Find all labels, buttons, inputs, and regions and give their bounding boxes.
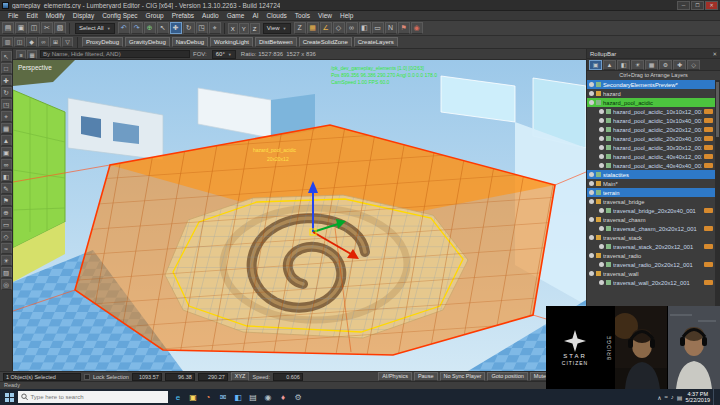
xyz-lock-button[interactable]: XYZ [231, 372, 250, 381]
open-icon[interactable]: ▣ [15, 22, 27, 34]
taskbar-explorer-icon[interactable]: ▣ [187, 391, 199, 403]
visibility-eye-icon[interactable] [599, 163, 604, 168]
visibility-eye-icon[interactable] [599, 109, 604, 114]
tab-create-icon[interactable]: ✚ [673, 60, 686, 70]
menu-item[interactable]: Clouds [263, 12, 291, 19]
scrollbar-thumb[interactable] [716, 82, 719, 137]
layer-row[interactable]: hazard [587, 89, 715, 98]
flag-icon[interactable]: ⚑ [398, 22, 410, 34]
link-icon[interactable]: ∞ [346, 22, 358, 34]
visibility-eye-icon[interactable] [589, 172, 594, 177]
search-input[interactable] [30, 394, 165, 400]
constraint-icon[interactable]: ∞ [38, 37, 49, 47]
distbetween-button[interactable]: DistBetween [255, 37, 297, 47]
visibility-eye-icon[interactable] [599, 244, 604, 249]
marquee-tool-icon[interactable]: □ [1, 63, 12, 74]
pause-button[interactable]: Pause [414, 372, 438, 381]
layer-row[interactable]: traversal_wall [587, 269, 715, 278]
grid-icon[interactable]: ⊞ [50, 37, 61, 47]
material-tool-icon[interactable]: ◧ [1, 171, 12, 182]
layer-row[interactable]: hazard_pool_acidic_30x30x12_001 [587, 143, 715, 152]
menu-item[interactable]: Display [69, 12, 98, 19]
visibility-eye-icon[interactable] [599, 154, 604, 159]
tray-keyboard-icon[interactable]: ▤ [677, 394, 683, 401]
rollupbar-close-icon[interactable]: ✕ [712, 51, 717, 57]
x-position-field[interactable]: 1093.57 [132, 373, 162, 381]
proxydebug-button[interactable]: ProxyDebug [82, 37, 123, 47]
elevation-tool-icon[interactable]: ▲ [1, 135, 12, 146]
layer-row[interactable]: hazard_pool_acidic_10x10x40_001 [587, 116, 715, 125]
tray-chevron-icon[interactable]: ∧ [657, 394, 661, 401]
visibility-eye-icon[interactable] [599, 127, 604, 132]
layer-row[interactable]: hazard_pool_acidic [587, 98, 715, 107]
rotate-icon[interactable]: ↻ [183, 22, 195, 34]
layer-row[interactable]: terrain [587, 188, 715, 197]
vertex-snap-icon[interactable]: ◇ [333, 22, 345, 34]
visibility-eye-icon[interactable] [599, 145, 604, 150]
redo-icon[interactable]: ↷ [131, 22, 143, 34]
taskbar-settings-icon[interactable]: ⚙ [292, 391, 304, 403]
grid-snap-icon[interactable]: ▦ [307, 22, 319, 34]
tray-volume-icon[interactable]: ♪ [671, 394, 674, 401]
layer-row[interactable]: hazard_pool_acidic_20x20x12_001 [587, 125, 715, 134]
layer-row[interactable]: stalactites [587, 170, 715, 179]
goto-position-button[interactable]: Goto position [487, 372, 527, 381]
visibility-eye-icon[interactable] [599, 262, 604, 267]
layer-row[interactable]: hazard_pool_acidic_10x10x12_001 [587, 107, 715, 116]
createlayers-button[interactable]: CreateLayers [354, 37, 398, 47]
z-constraint-icon[interactable]: Z [294, 22, 306, 34]
visibility-eye-icon[interactable] [589, 217, 594, 222]
tab-objects-icon[interactable]: ▣ [589, 60, 602, 70]
visibility-eye-icon[interactable] [599, 208, 604, 213]
visibility-eye-icon[interactable] [589, 181, 594, 186]
layer-row[interactable]: traversal_stack_20x20x12_001 [587, 242, 715, 251]
tab-layers-icon[interactable]: ▦ [645, 60, 658, 70]
select-icon[interactable]: ↖ [157, 22, 169, 34]
z-axis-button[interactable]: Z [250, 23, 260, 34]
workinglight-button[interactable]: WorkingLight [210, 37, 253, 47]
visibility-eye-icon[interactable] [589, 82, 594, 87]
tab-terrain-icon[interactable]: ▲ [603, 60, 616, 70]
speed-field[interactable]: 0.606 [273, 373, 303, 381]
add-object-icon[interactable]: ⊕ [144, 22, 156, 34]
copy-icon[interactable]: ▧ [54, 22, 66, 34]
display-mode-icon[interactable]: ◧ [359, 22, 371, 34]
move-icon[interactable]: ✚ [170, 22, 182, 34]
menu-item[interactable]: Tools [291, 12, 314, 19]
start-button[interactable] [0, 389, 18, 405]
visibility-eye-icon[interactable] [589, 100, 594, 105]
tab-settings-icon[interactable]: ⚙ [659, 60, 672, 70]
z-position-field[interactable]: 290.27 [198, 373, 228, 381]
menu-item[interactable]: File [4, 12, 22, 19]
visibility-eye-icon[interactable] [589, 190, 594, 195]
layer-row[interactable]: traversal_bridge_20x20x40_001 [587, 206, 715, 215]
taskbar-notes-icon[interactable]: ▤ [247, 391, 259, 403]
y-axis-button[interactable]: Y [239, 23, 249, 34]
angle-snap-icon[interactable]: ∠ [320, 22, 332, 34]
visibility-eye-icon[interactable] [589, 271, 594, 276]
cut-icon[interactable]: ✂ [41, 22, 53, 34]
layer-row[interactable]: hazard_pool_acidic_40x40x40_001 [587, 161, 715, 170]
visibility-eye-icon[interactable] [589, 199, 594, 204]
visibility-eye-icon[interactable] [599, 280, 604, 285]
viewport-grid-icon[interactable]: ▦ [27, 50, 37, 59]
perspective-viewport[interactable]: Perspective /pk_dev_gameplay_elements [1… [13, 60, 586, 371]
north-icon[interactable]: N [385, 22, 397, 34]
layer-row[interactable]: SecondaryElementsPreview* [587, 80, 715, 89]
layer-row[interactable]: Main* [587, 179, 715, 188]
taskbar-obs-icon[interactable]: ◉ [262, 391, 274, 403]
menu-item[interactable]: Audio [198, 12, 223, 19]
menu-item[interactable]: Edit [22, 12, 41, 19]
marker-tool-icon[interactable]: ⚑ [1, 195, 12, 206]
undo-icon[interactable]: ↶ [118, 22, 130, 34]
taskbar-mail-icon[interactable]: ✉ [217, 391, 229, 403]
menu-item[interactable]: AI [248, 12, 262, 19]
no-sync-player-button[interactable]: No Sync Player [440, 372, 486, 381]
select-all-dropdown[interactable]: Select All ▼ [75, 23, 115, 34]
scale-icon[interactable]: ◳ [196, 22, 208, 34]
select-tool-icon[interactable]: ↖ [1, 51, 12, 62]
visibility-eye-icon[interactable] [589, 253, 594, 258]
visibility-eye-icon[interactable] [589, 91, 594, 96]
pivot-tool-icon[interactable]: ⌖ [1, 111, 12, 122]
layer-row[interactable]: traversal_radio_20x20x12_001 [587, 260, 715, 269]
